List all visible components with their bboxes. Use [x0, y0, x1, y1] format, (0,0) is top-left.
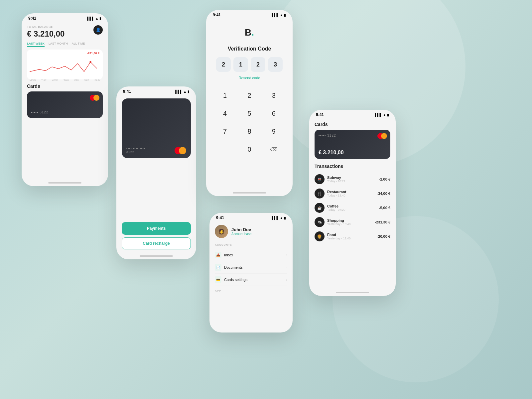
subway-name: Subway [327, 176, 345, 180]
tx-coffee[interactable]: ☕ Coffee Today - 07:20 -5,00 € [315, 201, 390, 215]
docs-chevron: › [286, 266, 287, 269]
home-indicator-5 [309, 289, 396, 296]
code-digit-2[interactable]: 1 [233, 57, 248, 72]
cards-title-5: Cards [315, 122, 390, 127]
status-bar-1: 9:41 ▌▌▌ ▲ ▮ [22, 13, 108, 22]
recharge-button[interactable]: Card recharge [122, 237, 191, 249]
tx-subway[interactable]: 🚇 Subway Today - 18:21 -2,00 € [315, 172, 390, 187]
status-icons-3: ▌▌▌ ▲ ▮ [272, 13, 286, 17]
balance-chart: -231,30 € MON TUE WED THU FRI SAT SUN [27, 50, 103, 79]
food-icon: 🍔 [315, 231, 325, 241]
key-2[interactable]: 2 [237, 86, 261, 104]
status-time-4: 9:41 [216, 215, 224, 220]
time-tabs: LAST WEEK LAST MONTH ALL TIME [27, 42, 103, 47]
balance-label: TOTAL BALANCE [27, 25, 65, 29]
cards-settings-chevron: › [286, 278, 287, 282]
home-indicator-1 [22, 180, 108, 186]
tab-last-month[interactable]: LAST MONTH [49, 42, 68, 47]
mastercard-logo-1 [90, 95, 99, 101]
svg-point-0 [89, 61, 91, 63]
menu-cards-settings[interactable]: 💳 Cards settings › [215, 274, 287, 286]
cards-settings-label: Cards settings [224, 278, 247, 282]
restaurant-name: Restaurant [327, 190, 346, 194]
home-indicator-3 [206, 190, 293, 196]
restaurant-amount: -34,00 € [377, 192, 390, 196]
restaurant-time: Today - 13:40 [327, 194, 346, 197]
key-1[interactable]: 1 [213, 86, 237, 104]
payments-button[interactable]: Payments [122, 222, 191, 235]
tab-all-time[interactable]: ALL TIME [72, 42, 85, 47]
status-time-3: 9:41 [213, 13, 221, 17]
verify-title: Verification Code [213, 46, 286, 52]
avatar: 🧔 [215, 225, 228, 238]
coffee-amount: -5,00 € [379, 206, 390, 210]
status-time-1: 9:41 [28, 16, 36, 21]
coffee-icon: ☕ [315, 203, 325, 213]
profile-subtitle: Account base [231, 232, 252, 236]
card-number-5: ••••• 3122 [319, 134, 336, 137]
card-large-number: •••• •••• ••••3122 [126, 147, 145, 154]
home-indicator-2 [116, 253, 196, 259]
status-icons-5: ▌▌▌ ▲ ▮ [375, 113, 389, 117]
phone-card-detail: 9:41 ▌▌▌ ▲ ▮ •••• •••• ••••3122 Payments… [116, 86, 196, 259]
shopping-name: Shopping [327, 218, 350, 222]
tx-title: Transactions [315, 164, 390, 169]
docs-label: Documents [224, 265, 243, 269]
accounts-section-label: ACCOUNTS [215, 243, 287, 246]
key-6[interactable]: 6 [262, 104, 286, 122]
code-digit-4[interactable]: 3 [268, 57, 283, 72]
key-5[interactable]: 5 [237, 104, 261, 122]
restaurant-icon: 🍴 [315, 189, 325, 199]
user-icon[interactable]: 👤 [93, 25, 103, 35]
status-time-5: 9:41 [316, 112, 324, 117]
code-digit-1[interactable]: 2 [216, 57, 231, 72]
status-bar-4: 9:41 ▌▌▌ ▲ ▮ [209, 213, 293, 221]
key-0[interactable]: 0 [237, 140, 261, 158]
tx-shopping[interactable]: 🛍 Shopping Yesterday - 18:40 -231,30 € [315, 215, 390, 229]
shopping-amount: -231,30 € [375, 220, 390, 224]
key-7[interactable]: 7 [213, 122, 237, 140]
mastercard-logo-5 [377, 133, 387, 139]
balance-amount: € 3.210,00 [27, 29, 65, 39]
card-number-1: ••••• 3122 [31, 110, 49, 114]
phone-transactions: 9:41 ▌▌▌ ▲ ▮ Cards ••••• 3122 € 3.210,00… [309, 110, 396, 296]
docs-icon: 📄 [215, 264, 221, 271]
status-bar-2: 9:41 ▌▌▌ ▲ ▮ [116, 86, 196, 95]
resend-code-link[interactable]: Resend code [213, 76, 286, 80]
chart-days: MON TUE WED THU FRI SAT SUN [30, 79, 100, 82]
key-4[interactable]: 4 [213, 104, 237, 122]
brand-logo: B. [213, 27, 286, 38]
shopping-time: Yesterday - 18:40 [327, 222, 350, 226]
status-icons-2: ▌▌▌ ▲ ▮ [175, 90, 190, 93]
key-empty [213, 140, 237, 158]
chart-negative-value: -231,30 € [87, 52, 99, 55]
credit-card-1[interactable]: ••••• 3122 [27, 91, 103, 118]
coffee-name: Coffee [327, 204, 345, 208]
key-8[interactable]: 8 [237, 122, 261, 140]
tab-last-week[interactable]: LAST WEEK [27, 42, 45, 47]
tx-food[interactable]: 🍔 Food Yesterday - 12:40 -20,00 € [315, 229, 390, 244]
mastercard-large [175, 147, 186, 154]
inbox-icon: 📥 [215, 252, 221, 258]
key-3[interactable]: 3 [262, 86, 286, 104]
status-bar-3: 9:41 ▌▌▌ ▲ ▮ [206, 10, 293, 19]
profile-header: 🧔 John Doe Account base [215, 225, 287, 238]
cards-section-1: Cards ••••• 3122 [27, 83, 103, 118]
phone-dashboard: 9:41 ▌▌▌ ▲ ▮ TOTAL BALANCE € 3.210,00 👤 … [22, 13, 108, 186]
subway-icon: 🚇 [315, 174, 325, 184]
tx-restaurant[interactable]: 🍴 Restaurant Today - 13:40 -34,00 € [315, 187, 390, 201]
key-9[interactable]: 9 [262, 122, 286, 140]
subway-amount: -2,00 € [379, 177, 390, 181]
app-section-label: APP [215, 289, 287, 292]
menu-inbox[interactable]: 📥 Inbox › [215, 249, 287, 261]
code-digit-3[interactable]: 2 [251, 57, 265, 72]
chart-svg [30, 57, 100, 77]
cards-icon: 💳 [215, 276, 221, 283]
credit-card-5[interactable]: ••••• 3122 € 3.210,00 [315, 130, 390, 159]
status-icons-4: ▌▌▌ ▲ ▮ [272, 216, 286, 220]
card-balance-5: € 3.210,00 [319, 150, 344, 156]
menu-documents[interactable]: 📄 Documents › [215, 261, 287, 274]
key-backspace[interactable]: ⌫ [262, 140, 286, 158]
status-icons-1: ▌▌▌ ▲ ▮ [87, 17, 101, 20]
cards-title-1: Cards [27, 83, 103, 89]
